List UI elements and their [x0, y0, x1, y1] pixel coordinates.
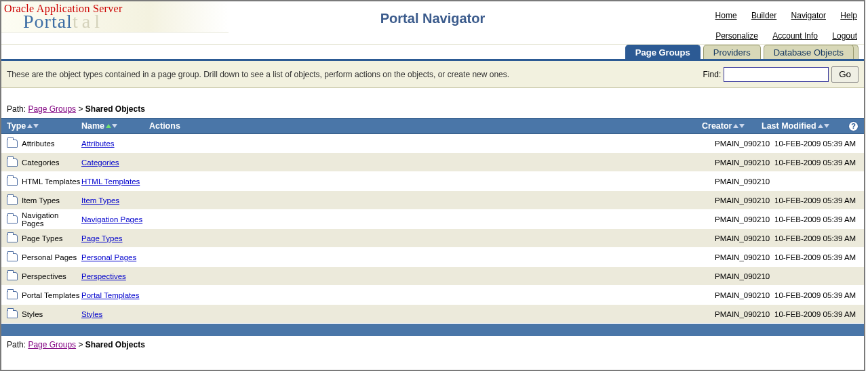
- page-title: Portal Navigator: [380, 11, 485, 26]
- cell-type: Navigation Pages: [7, 211, 81, 228]
- cell-type: Item Types: [7, 196, 81, 205]
- cell-modified: 10-FEB-2009 05:39 AM: [774, 196, 859, 205]
- sort-name-desc-icon[interactable]: [112, 124, 117, 128]
- sort-creator-desc-icon[interactable]: [739, 124, 745, 128]
- name-link[interactable]: Styles: [81, 310, 102, 318]
- breadcrumb-sep-b: >: [78, 340, 83, 349]
- breadcrumb-link-b[interactable]: Page Groups: [28, 340, 76, 349]
- cell-modified: 10-FEB-2009 05:39 AM: [774, 215, 859, 223]
- type-text: Navigation Pages: [22, 211, 81, 228]
- cell-modified: 10-FEB-2009 05:39 AM: [774, 140, 859, 148]
- cell-modified: 10-FEB-2009 05:39 AM: [774, 310, 859, 318]
- breadcrumb-top: Path: Page Groups > Shared Objects: [1, 102, 864, 118]
- sort-creator-asc-icon[interactable]: [733, 124, 738, 128]
- cell-name: Item Types: [81, 196, 149, 205]
- tab-page-groups-label: Page Groups: [635, 47, 690, 58]
- name-link[interactable]: HTML Templates: [81, 177, 140, 186]
- type-text: Item Types: [22, 196, 60, 205]
- table-row: CategoriesCategoriesPMAIN_09021010-FEB-2…: [1, 153, 864, 172]
- folder-icon: [7, 140, 18, 148]
- name-link[interactable]: Item Types: [81, 196, 119, 205]
- cell-type: Categories: [7, 158, 81, 167]
- name-link[interactable]: Categories: [81, 158, 119, 167]
- folder-icon: [7, 158, 18, 167]
- logo: Oracle Application Server tal Portal: [1, 1, 229, 33]
- col-creator-label: Creator: [702, 121, 732, 131]
- type-text: Portal Templates: [22, 291, 79, 299]
- table-row: Portal TemplatesPortal TemplatesPMAIN_09…: [1, 286, 864, 305]
- tab-providers-label: Providers: [713, 47, 751, 58]
- sort-modified-desc-icon[interactable]: [824, 124, 829, 128]
- name-link[interactable]: Navigation Pages: [81, 215, 142, 223]
- col-creator[interactable]: Creator: [702, 121, 757, 131]
- cell-creator: PMAIN_090210: [715, 272, 770, 280]
- name-link[interactable]: Personal Pages: [81, 253, 136, 261]
- nav-personalize[interactable]: Personalize: [715, 31, 758, 41]
- breadcrumb-bottom: Path: Page Groups > Shared Objects: [1, 336, 864, 370]
- help-icon[interactable]: ?: [848, 121, 859, 131]
- cell-type: HTML Templates: [7, 177, 81, 186]
- cell-creator: PMAIN_090210: [715, 234, 770, 242]
- toolbar-description: These are the object types contained in …: [7, 70, 509, 79]
- folder-icon: [7, 272, 18, 280]
- sort-name-asc-icon[interactable]: [106, 124, 111, 128]
- col-modified[interactable]: Last Modified: [762, 121, 846, 131]
- nav-home[interactable]: Home: [715, 11, 737, 20]
- cell-modified: 10-FEB-2009 05:39 AM: [774, 291, 859, 299]
- table-row: AttributesAttributesPMAIN_09021010-FEB-2…: [1, 134, 864, 153]
- col-type[interactable]: Type: [7, 121, 81, 131]
- tab-database-objects-label: Database Objects: [774, 47, 844, 58]
- cell-creator: PMAIN_090210: [715, 215, 770, 223]
- cell-modified: 10-FEB-2009 05:39 AM: [774, 234, 859, 242]
- nav-account-info[interactable]: Account Info: [772, 31, 818, 41]
- cell-creator: PMAIN_090210: [715, 291, 770, 299]
- cell-name: Navigation Pages: [81, 215, 149, 223]
- table-row: PerspectivesPerspectivesPMAIN_090210: [1, 267, 864, 286]
- folder-icon: [7, 310, 18, 318]
- cell-name: Page Types: [81, 234, 149, 242]
- breadcrumb-current: Shared Objects: [85, 104, 145, 114]
- tab-database-objects[interactable]: Database Objects: [764, 45, 854, 59]
- name-link[interactable]: Portal Templates: [81, 291, 139, 299]
- tab-page-groups[interactable]: Page Groups: [625, 45, 701, 59]
- name-link[interactable]: Attributes: [81, 140, 115, 148]
- spacer: [1, 88, 864, 102]
- nav-logout[interactable]: Logout: [832, 31, 857, 41]
- breadcrumb-link[interactable]: Page Groups: [28, 104, 76, 114]
- nav-help[interactable]: Help: [840, 11, 857, 20]
- cell-creator: PMAIN_090210: [715, 140, 770, 148]
- col-name[interactable]: Name: [81, 121, 149, 131]
- top-nav: Home Builder Navigator Help Personalize …: [703, 8, 857, 43]
- cell-name: Attributes: [81, 140, 149, 148]
- cell-type: Personal Pages: [7, 253, 81, 261]
- tab-providers[interactable]: Providers: [703, 45, 761, 59]
- type-text: Attributes: [22, 140, 55, 148]
- cell-type: Styles: [7, 310, 81, 318]
- go-button[interactable]: Go: [831, 66, 859, 83]
- type-text: Perspectives: [22, 272, 66, 280]
- cell-type: Attributes: [7, 140, 81, 148]
- folder-icon: [7, 253, 18, 261]
- name-link[interactable]: Perspectives: [81, 272, 126, 280]
- logo-shadow: tal: [73, 11, 104, 33]
- table-row: StylesStylesPMAIN_09021010-FEB-2009 05:3…: [1, 305, 864, 324]
- name-link[interactable]: Page Types: [81, 234, 123, 242]
- cell-modified: 10-FEB-2009 05:39 AM: [774, 253, 859, 261]
- find-input[interactable]: [724, 67, 829, 82]
- col-name-label: Name: [81, 121, 104, 131]
- table-row: Page TypesPage TypesPMAIN_09021010-FEB-2…: [1, 229, 864, 248]
- find-block: Find: Go: [703, 66, 859, 83]
- cell-name: Perspectives: [81, 272, 149, 280]
- sort-modified-asc-icon[interactable]: [818, 124, 823, 128]
- table-row: Personal PagesPersonal PagesPMAIN_090210…: [1, 248, 864, 267]
- cell-creator: PMAIN_090210: [715, 158, 770, 167]
- find-label: Find:: [703, 70, 722, 79]
- sort-type-asc-icon[interactable]: [27, 124, 33, 128]
- table-row: Item TypesItem TypesPMAIN_09021010-FEB-2…: [1, 191, 864, 210]
- type-text: Categories: [22, 158, 60, 167]
- sort-type-desc-icon[interactable]: [33, 124, 39, 128]
- nav-navigator[interactable]: Navigator: [791, 11, 826, 20]
- folder-icon: [7, 215, 18, 223]
- cell-creator: PMAIN_090210: [715, 253, 770, 261]
- nav-builder[interactable]: Builder: [751, 11, 776, 20]
